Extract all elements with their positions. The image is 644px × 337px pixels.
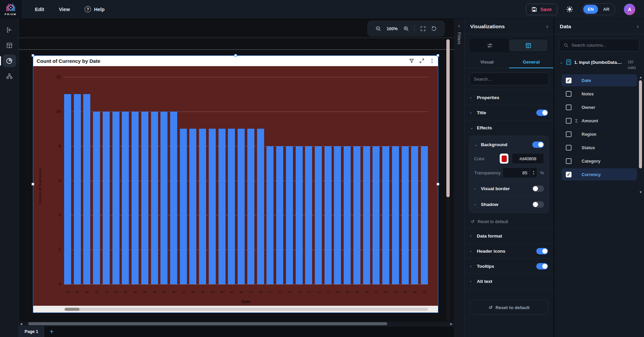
checkbox-checked-icon[interactable]: ✓ — [566, 78, 572, 83]
reset-view-icon[interactable] — [431, 26, 437, 32]
bar[interactable] — [344, 146, 351, 284]
bar[interactable] — [218, 129, 226, 284]
build-visual-tab-sliders-icon[interactable] — [470, 39, 509, 51]
lang-ar-button[interactable]: AR — [599, 5, 614, 14]
bar[interactable] — [209, 129, 216, 284]
charts-pie-icon[interactable] — [3, 54, 16, 67]
scroll-left-arrow-icon[interactable]: ◀ — [19, 322, 23, 326]
bar[interactable] — [382, 146, 389, 284]
visual-border-toggle[interactable] — [532, 185, 544, 192]
visual-hscroll-thumb[interactable] — [65, 308, 80, 311]
field-row-owner[interactable]: Owner — [562, 101, 637, 113]
add-page-button[interactable]: + — [44, 326, 59, 337]
background-toggle[interactable] — [532, 141, 544, 148]
transparency-input[interactable] — [503, 170, 530, 175]
checkbox-unchecked-icon[interactable] — [566, 158, 572, 164]
focus-mode-icon[interactable] — [419, 58, 424, 63]
bar[interactable] — [160, 112, 167, 284]
columns-search-input[interactable] — [572, 43, 635, 48]
resize-handle-top-center[interactable] — [234, 54, 237, 57]
user-avatar[interactable]: A — [624, 4, 635, 15]
format-visual-tab-layout-icon[interactable] — [509, 39, 548, 51]
resize-handle-top-left[interactable] — [32, 54, 34, 57]
app-logo[interactable]: PRISM — [0, 0, 21, 19]
field-row-category[interactable]: Category — [562, 155, 637, 167]
section-properties[interactable]: › Properties — [465, 90, 553, 105]
bar[interactable] — [228, 129, 235, 284]
field-row-amount[interactable]: ΣAmount — [562, 115, 637, 127]
hierarchy-sitemap-icon[interactable] — [3, 70, 16, 83]
bar[interactable] — [122, 112, 129, 284]
theme-toggle-sun-icon[interactable] — [566, 6, 573, 13]
bar[interactable] — [83, 94, 90, 284]
scroll-right-arrow-icon[interactable]: ▶ — [449, 322, 454, 326]
bar[interactable] — [373, 146, 380, 284]
bar[interactable] — [93, 112, 100, 284]
bar[interactable] — [305, 146, 312, 284]
color-swatch-button[interactable] — [500, 154, 508, 164]
zoom-in-icon[interactable] — [403, 26, 409, 32]
field-row-status[interactable]: Status — [562, 141, 637, 154]
field-row-region[interactable]: Region — [562, 128, 637, 140]
more-options-kebab-icon[interactable]: ⋮ — [430, 58, 435, 64]
bar[interactable] — [238, 129, 245, 284]
background-row[interactable]: ⌄ Background — [474, 137, 545, 152]
bar[interactable] — [392, 146, 399, 284]
bar[interactable] — [199, 129, 206, 284]
bar[interactable] — [296, 146, 303, 284]
checkbox-unchecked-icon[interactable] — [566, 131, 572, 137]
bar[interactable] — [141, 112, 148, 284]
section-header-icons[interactable]: › Header icons — [465, 243, 553, 258]
bar[interactable] — [266, 146, 274, 284]
field-row-date[interactable]: ✓Date — [562, 74, 637, 86]
bar[interactable] — [325, 146, 332, 284]
transparency-stepper[interactable]: ▲▼ — [530, 168, 537, 178]
checkbox-unchecked-icon[interactable] — [566, 118, 572, 124]
canvas-horizontal-scrollbar[interactable]: ◀ ▶ — [19, 322, 454, 326]
checkbox-unchecked-icon[interactable] — [566, 91, 572, 97]
visual-border-row[interactable]: › Visual border — [474, 181, 545, 196]
fields-scrollbar[interactable]: ▲ ▼ — [639, 76, 642, 194]
bar[interactable] — [112, 112, 119, 284]
bar[interactable] — [402, 146, 409, 284]
title-toggle[interactable] — [536, 110, 548, 116]
collapse-panel-icon[interactable] — [3, 24, 16, 36]
menu-view[interactable]: View — [59, 7, 70, 12]
bar[interactable] — [132, 112, 139, 284]
bar[interactable] — [286, 146, 293, 284]
zoom-out-icon[interactable] — [375, 26, 381, 32]
filter-funnel-icon[interactable] — [409, 58, 414, 64]
visualizations-collapse-chevron-icon[interactable]: › — [546, 24, 548, 30]
checkbox-checked-icon[interactable]: ✓ — [566, 172, 572, 177]
chart-visual-widget[interactable]: Count of Currency by Date ⋮ Count of Cur… — [33, 55, 438, 313]
bar[interactable] — [411, 146, 418, 284]
dashboard-layout-icon[interactable] — [3, 39, 16, 52]
canvas-hscroll-thumb[interactable] — [28, 322, 387, 325]
format-search-input[interactable] — [474, 77, 544, 82]
tooltips-toggle[interactable] — [536, 263, 548, 269]
field-row-notes[interactable]: Notes — [562, 88, 637, 100]
menu-edit[interactable]: Edit — [35, 7, 44, 12]
scroll-up-arrow-icon[interactable]: ▲ — [639, 76, 642, 79]
menu-help[interactable]: ? Help — [85, 6, 104, 12]
page-tab[interactable]: Page 1 — [19, 326, 44, 337]
shadow-toggle[interactable] — [532, 201, 544, 208]
filters-collapsed-panel[interactable]: › Filters — [454, 19, 465, 337]
canvas-vscroll-thumb[interactable] — [446, 39, 450, 197]
bar[interactable] — [276, 146, 283, 284]
data-panel-collapse-chevron-icon[interactable]: › — [637, 24, 639, 30]
section-title[interactable]: › Title — [465, 105, 553, 120]
report-canvas[interactable]: 100% Count of Currency by D — [19, 19, 454, 337]
fit-to-screen-icon[interactable] — [420, 26, 426, 32]
bar[interactable] — [353, 146, 360, 284]
bar[interactable] — [180, 129, 187, 284]
bar[interactable] — [247, 129, 254, 284]
bar[interactable] — [257, 129, 264, 284]
color-hex-input[interactable] — [512, 153, 544, 164]
checkbox-unchecked-icon[interactable] — [566, 145, 572, 151]
reset-to-default-link[interactable]: ↺ Reset to default — [465, 216, 553, 228]
lang-en-button[interactable]: EN — [583, 5, 598, 14]
canvas-vertical-scrollbar[interactable] — [446, 38, 450, 322]
visual-hscroll-track[interactable] — [64, 308, 428, 311]
filters-expand-chevron-icon[interactable]: › — [458, 23, 460, 29]
